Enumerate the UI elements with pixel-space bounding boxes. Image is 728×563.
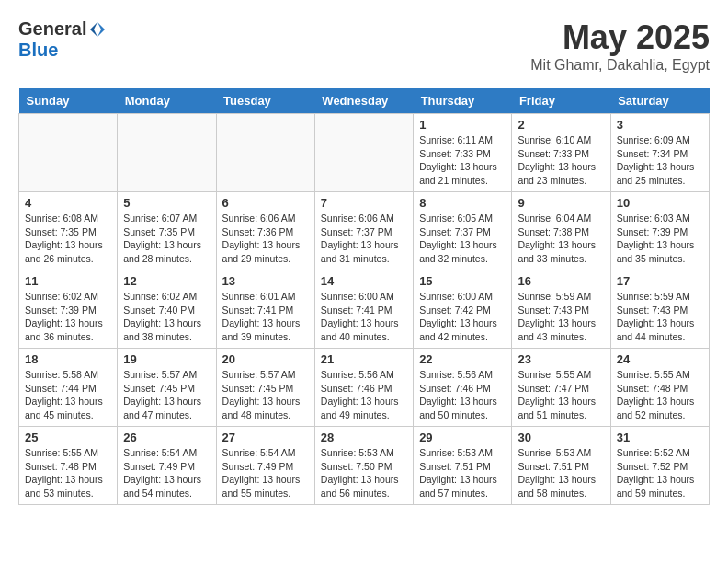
day-number: 24 xyxy=(617,352,703,366)
calendar-cell: 24Sunrise: 5:55 AM Sunset: 7:48 PM Dayli… xyxy=(610,349,709,427)
title-block: May 2025 Mit Ghamr, Dakahlia, Egypt xyxy=(530,18,710,74)
calendar-table: SundayMondayTuesdayWednesdayThursdayFrid… xyxy=(18,88,710,505)
day-number: 12 xyxy=(123,274,210,288)
calendar-cell: 18Sunrise: 5:58 AM Sunset: 7:44 PM Dayli… xyxy=(19,349,118,427)
day-header-saturday: Saturday xyxy=(610,88,709,114)
day-info: Sunrise: 5:59 AM Sunset: 7:43 PM Dayligh… xyxy=(518,290,604,344)
calendar-cell: 11Sunrise: 6:02 AM Sunset: 7:39 PM Dayli… xyxy=(19,270,118,349)
calendar-cell: 1Sunrise: 6:11 AM Sunset: 7:33 PM Daylig… xyxy=(414,114,512,192)
day-number: 23 xyxy=(518,352,604,366)
day-number: 11 xyxy=(25,274,111,288)
day-header-sunday: Sunday xyxy=(19,88,118,114)
calendar-cell: 7Sunrise: 6:06 AM Sunset: 7:37 PM Daylig… xyxy=(314,192,413,270)
calendar-cell: 6Sunrise: 6:06 AM Sunset: 7:36 PM Daylig… xyxy=(216,192,314,270)
day-info: Sunrise: 6:07 AM Sunset: 7:35 PM Dayligh… xyxy=(123,212,210,266)
days-header-row: SundayMondayTuesdayWednesdayThursdayFrid… xyxy=(19,88,710,114)
day-info: Sunrise: 6:03 AM Sunset: 7:39 PM Dayligh… xyxy=(617,212,703,266)
calendar-cell: 26Sunrise: 5:54 AM Sunset: 7:49 PM Dayli… xyxy=(118,427,216,505)
day-info: Sunrise: 6:05 AM Sunset: 7:37 PM Dayligh… xyxy=(419,212,506,266)
day-info: Sunrise: 6:04 AM Sunset: 7:38 PM Dayligh… xyxy=(518,212,604,266)
day-number: 2 xyxy=(518,118,604,132)
calendar-cell: 28Sunrise: 5:53 AM Sunset: 7:50 PM Dayli… xyxy=(314,427,413,505)
calendar-cell: 4Sunrise: 6:08 AM Sunset: 7:35 PM Daylig… xyxy=(19,192,118,270)
day-info: Sunrise: 6:06 AM Sunset: 7:36 PM Dayligh… xyxy=(222,212,309,266)
logo-general-text: General xyxy=(18,18,86,40)
day-info: Sunrise: 5:53 AM Sunset: 7:50 PM Dayligh… xyxy=(321,446,407,500)
day-number: 4 xyxy=(25,196,111,210)
calendar-cell: 5Sunrise: 6:07 AM Sunset: 7:35 PM Daylig… xyxy=(118,192,216,270)
day-info: Sunrise: 6:02 AM Sunset: 7:40 PM Dayligh… xyxy=(123,290,210,344)
calendar-cell: 9Sunrise: 6:04 AM Sunset: 7:38 PM Daylig… xyxy=(512,192,610,270)
calendar-cell: 27Sunrise: 5:54 AM Sunset: 7:49 PM Dayli… xyxy=(216,427,314,505)
day-info: Sunrise: 5:53 AM Sunset: 7:51 PM Dayligh… xyxy=(419,446,506,500)
day-number: 10 xyxy=(617,196,703,210)
day-number: 19 xyxy=(123,352,210,366)
calendar-cell: 22Sunrise: 5:56 AM Sunset: 7:46 PM Dayli… xyxy=(414,349,512,427)
logo-icon xyxy=(88,20,107,39)
day-number: 15 xyxy=(419,274,506,288)
day-number: 16 xyxy=(518,274,604,288)
day-number: 25 xyxy=(25,431,111,444)
day-info: Sunrise: 6:02 AM Sunset: 7:39 PM Dayligh… xyxy=(25,290,111,344)
day-info: Sunrise: 5:55 AM Sunset: 7:47 PM Dayligh… xyxy=(518,368,604,422)
day-info: Sunrise: 6:11 AM Sunset: 7:33 PM Dayligh… xyxy=(419,133,506,188)
calendar-cell xyxy=(19,114,118,192)
calendar-cell: 13Sunrise: 6:01 AM Sunset: 7:41 PM Dayli… xyxy=(216,270,314,349)
day-number: 1 xyxy=(419,118,506,132)
day-info: Sunrise: 5:56 AM Sunset: 7:46 PM Dayligh… xyxy=(321,368,407,422)
calendar-week-row: 4Sunrise: 6:08 AM Sunset: 7:35 PM Daylig… xyxy=(19,192,710,270)
calendar-cell: 12Sunrise: 6:02 AM Sunset: 7:40 PM Dayli… xyxy=(118,270,216,349)
calendar-week-row: 1Sunrise: 6:11 AM Sunset: 7:33 PM Daylig… xyxy=(19,114,710,192)
day-number: 28 xyxy=(321,431,407,444)
day-number: 20 xyxy=(222,352,309,366)
day-info: Sunrise: 5:55 AM Sunset: 7:48 PM Dayligh… xyxy=(25,446,111,500)
day-info: Sunrise: 5:53 AM Sunset: 7:51 PM Dayligh… xyxy=(518,446,604,500)
day-number: 7 xyxy=(321,196,407,210)
calendar-cell: 21Sunrise: 5:56 AM Sunset: 7:46 PM Dayli… xyxy=(314,349,413,427)
day-info: Sunrise: 5:54 AM Sunset: 7:49 PM Dayligh… xyxy=(222,446,309,500)
logo-blue-text: Blue xyxy=(18,40,58,61)
day-info: Sunrise: 5:54 AM Sunset: 7:49 PM Dayligh… xyxy=(123,446,210,500)
day-info: Sunrise: 5:58 AM Sunset: 7:44 PM Dayligh… xyxy=(25,368,111,422)
day-info: Sunrise: 6:08 AM Sunset: 7:35 PM Dayligh… xyxy=(25,212,111,266)
calendar-cell xyxy=(216,114,314,192)
calendar-cell: 8Sunrise: 6:05 AM Sunset: 7:37 PM Daylig… xyxy=(414,192,512,270)
day-number: 3 xyxy=(617,118,703,132)
day-number: 30 xyxy=(518,431,604,444)
logo: General Blue xyxy=(18,18,107,61)
calendar-cell: 15Sunrise: 6:00 AM Sunset: 7:42 PM Dayli… xyxy=(414,270,512,349)
day-info: Sunrise: 5:55 AM Sunset: 7:48 PM Dayligh… xyxy=(617,368,703,422)
calendar-cell: 17Sunrise: 5:59 AM Sunset: 7:43 PM Dayli… xyxy=(610,270,709,349)
calendar-cell xyxy=(314,114,413,192)
day-number: 31 xyxy=(617,431,703,444)
day-info: Sunrise: 6:00 AM Sunset: 7:42 PM Dayligh… xyxy=(419,290,506,344)
day-number: 5 xyxy=(123,196,210,210)
day-number: 17 xyxy=(617,274,703,288)
day-info: Sunrise: 6:00 AM Sunset: 7:41 PM Dayligh… xyxy=(321,290,407,344)
day-number: 13 xyxy=(222,274,309,288)
day-header-tuesday: Tuesday xyxy=(216,88,314,114)
day-info: Sunrise: 6:01 AM Sunset: 7:41 PM Dayligh… xyxy=(222,290,309,344)
calendar-cell: 2Sunrise: 6:10 AM Sunset: 7:33 PM Daylig… xyxy=(512,114,610,192)
day-number: 8 xyxy=(419,196,506,210)
day-number: 6 xyxy=(222,196,309,210)
calendar-cell: 29Sunrise: 5:53 AM Sunset: 7:51 PM Dayli… xyxy=(414,427,512,505)
calendar-cell: 30Sunrise: 5:53 AM Sunset: 7:51 PM Dayli… xyxy=(512,427,610,505)
day-number: 18 xyxy=(25,352,111,366)
day-number: 14 xyxy=(321,274,407,288)
calendar-week-row: 25Sunrise: 5:55 AM Sunset: 7:48 PM Dayli… xyxy=(19,427,710,505)
day-info: Sunrise: 5:57 AM Sunset: 7:45 PM Dayligh… xyxy=(123,368,210,422)
day-info: Sunrise: 6:06 AM Sunset: 7:37 PM Dayligh… xyxy=(321,212,407,266)
page-header: General Blue May 2025 Mit Ghamr, Dakahli… xyxy=(18,18,710,74)
calendar-week-row: 11Sunrise: 6:02 AM Sunset: 7:39 PM Dayli… xyxy=(19,270,710,349)
day-info: Sunrise: 5:52 AM Sunset: 7:52 PM Dayligh… xyxy=(617,446,703,500)
month-title: May 2025 xyxy=(530,18,710,57)
calendar-cell: 14Sunrise: 6:00 AM Sunset: 7:41 PM Dayli… xyxy=(314,270,413,349)
svg-marker-1 xyxy=(90,22,97,37)
day-number: 21 xyxy=(321,352,407,366)
day-info: Sunrise: 6:10 AM Sunset: 7:33 PM Dayligh… xyxy=(518,133,604,188)
calendar-cell: 19Sunrise: 5:57 AM Sunset: 7:45 PM Dayli… xyxy=(118,349,216,427)
calendar-cell: 3Sunrise: 6:09 AM Sunset: 7:34 PM Daylig… xyxy=(610,114,709,192)
day-header-monday: Monday xyxy=(118,88,216,114)
calendar-cell: 20Sunrise: 5:57 AM Sunset: 7:45 PM Dayli… xyxy=(216,349,314,427)
